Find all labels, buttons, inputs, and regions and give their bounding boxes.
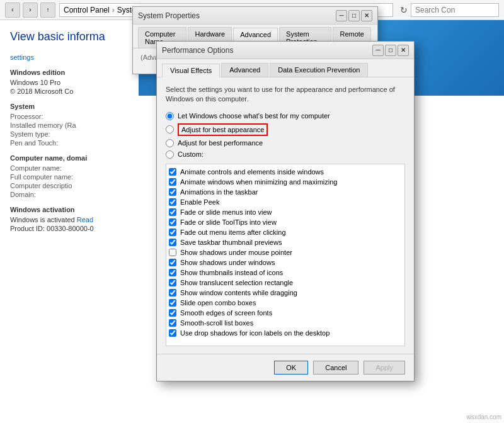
sysprop-close-button[interactable]: ✕ [361,10,372,21]
radio-label-1: Let Windows choose what's best for my co… [178,112,330,120]
radio-input-2[interactable] [166,125,174,133]
systype-row: System type: [10,130,129,138]
checkbox-15[interactable] [169,319,176,327]
checkbox-label-13: Slide open combo boxes [180,299,256,307]
checkbox-0[interactable] [169,168,176,176]
checkbox-3[interactable] [169,198,176,206]
forward-button[interactable]: › [23,3,38,18]
checkbox-1[interactable] [169,178,176,186]
radio-input-4[interactable] [166,150,174,159]
perf-close-button[interactable]: ✕ [398,45,409,56]
radio-highlighted-label: Adjust for best appearance [178,123,268,136]
checkbox-2[interactable] [169,188,176,196]
checkbox-7[interactable] [169,239,176,246]
checkbox-8[interactable] [169,249,176,256]
breadcrumb-cp[interactable]: Control Panel [64,6,110,14]
checkbox-label-0: Animate controls and elements inside win… [180,168,324,176]
processor-row: Processor: [10,113,129,120]
search-input[interactable] [415,6,495,14]
checkbox-4[interactable] [169,208,176,216]
sysprop-maximize-button[interactable]: □ [348,10,360,21]
checkbox-item-1[interactable]: Animate windows when minimizing and maxi… [169,177,402,187]
checkbox-label-14: Smooth edges of screen fonts [180,309,272,317]
checkbox-item-10[interactable]: Show thumbnails instead of icons [169,268,402,278]
checkbox-item-7[interactable]: Save taskbar thumbnail previews [169,237,402,247]
checkbox-label-2: Animations in the taskbar [180,188,258,196]
radio-option-2[interactable]: Adjust for best appearance [166,123,405,136]
radio-option-1[interactable]: Let Windows choose what's best for my co… [166,112,405,120]
compname-row: Computer name: [10,164,129,172]
perf-minimize-button[interactable]: ─ [372,45,384,56]
sidebar-link-settings[interactable]: settings [10,54,129,61]
checkbox-item-6[interactable]: Fade out menu items after clicking [169,227,402,237]
ok-button[interactable]: OK [274,361,308,375]
checkbox-label-11: Show translucent selection rectangle [180,279,293,286]
perf-dialog-buttons: OK Cancel Apply [157,354,414,381]
checkbox-item-13[interactable]: Slide open combo boxes [169,298,402,308]
checkbox-12[interactable] [169,289,176,296]
cancel-button[interactable]: Cancel [313,361,358,375]
checkbox-item-2[interactable]: Animations in the taskbar [169,187,402,197]
checkbox-9[interactable] [169,259,176,266]
checkbox-label-7: Save taskbar thumbnail previews [180,239,282,246]
sysprop-minimize-button[interactable]: ─ [336,10,347,21]
checkbox-label-16: Use drop shadows for icon labels on the … [180,329,329,337]
radio-option-4[interactable]: Custom: [166,150,405,159]
checkbox-item-12[interactable]: Show window contents while dragging [169,288,402,298]
radio-input-1[interactable] [166,112,174,120]
checkbox-label-4: Fade or slide menus into view [180,208,272,216]
radio-option-3[interactable]: Adjust for best performance [166,139,405,147]
checkbox-item-9[interactable]: Show shadows under windows [169,257,402,268]
fullname-row: Full computer name: [10,173,129,181]
checkbox-item-3[interactable]: Enable Peek [169,197,402,207]
apply-button[interactable]: Apply [364,361,405,375]
section-windows-edition: Windows edition [10,69,129,76]
perf-dialog: Performance Options ─ □ ✕ Visual Effects… [156,41,415,381]
product-id: Product ID: 00330-80000-0 [10,225,129,232]
checkbox-11[interactable] [169,279,176,286]
checkbox-item-5[interactable]: Fade or slide ToolTips into view [169,217,402,227]
checkbox-item-15[interactable]: Smooth-scroll list boxes [169,318,402,328]
perf-tab-dep[interactable]: Data Execution Prevention [270,63,368,77]
checkbox-14[interactable] [169,309,176,317]
checkbox-item-0[interactable]: Animate controls and elements inside win… [169,167,402,177]
checkbox-item-11[interactable]: Show translucent selection rectangle [169,278,402,288]
checkbox-label-8: Show shadows under mouse pointer [180,249,292,256]
pentouch-row: Pen and Touch: [10,139,129,147]
sysprop-titlebar-controls: ─ □ ✕ [336,10,372,21]
checkbox-item-14[interactable]: Smooth edges of screen fonts [169,308,402,318]
checkbox-item-4[interactable]: Fade or slide menus into view [169,207,402,217]
refresh-button[interactable]: ↻ [397,3,411,17]
checkbox-label-9: Show shadows under windows [180,259,275,266]
cp-sidebar: View basic informa settings Windows edit… [0,20,139,423]
checkbox-item-8[interactable]: Show shadows under mouse pointer [169,247,402,257]
section-system: System [10,103,129,110]
checkbox-label-10: Show thumbnails instead of icons [180,269,283,276]
radio-label-4: Custom: [178,150,203,158]
checkbox-16[interactable] [169,329,176,337]
search-box [411,3,499,17]
checkbox-label-6: Fade out menu items after clicking [180,228,286,236]
checkbox-6[interactable] [169,228,176,236]
perf-titlebar: Performance Options ─ □ ✕ [157,42,414,59]
radio-input-3[interactable] [166,139,174,147]
activation-status: Windows is activated Read [10,216,129,223]
perf-tab-visual-effects[interactable]: Visual Effects [162,64,220,77]
checkbox-5[interactable] [169,218,176,226]
windows-copyright: © 2018 Microsoft Co [10,87,129,95]
visual-effects-list: Animate controls and elements inside win… [166,164,405,346]
checkbox-label-3: Enable Peek [180,198,219,206]
checkbox-10[interactable] [169,269,176,276]
activation-link[interactable]: Read [77,216,93,223]
watermark: wsxdan.com [466,414,501,420]
nav-buttons: ‹ › ↑ [5,3,55,18]
checkbox-item-16[interactable]: Use drop shadows for icon labels on the … [169,328,402,338]
back-button[interactable]: ‹ [5,3,20,18]
perf-tab-advanced[interactable]: Advanced [221,63,268,77]
section-activation: Windows activation [10,206,129,213]
up-button[interactable]: ↑ [40,3,55,18]
checkbox-13[interactable] [169,299,176,307]
domain-row: Domain: [10,191,129,198]
perf-maximize-button[interactable]: □ [385,45,396,56]
sysprop-title: System Properties [138,11,200,20]
